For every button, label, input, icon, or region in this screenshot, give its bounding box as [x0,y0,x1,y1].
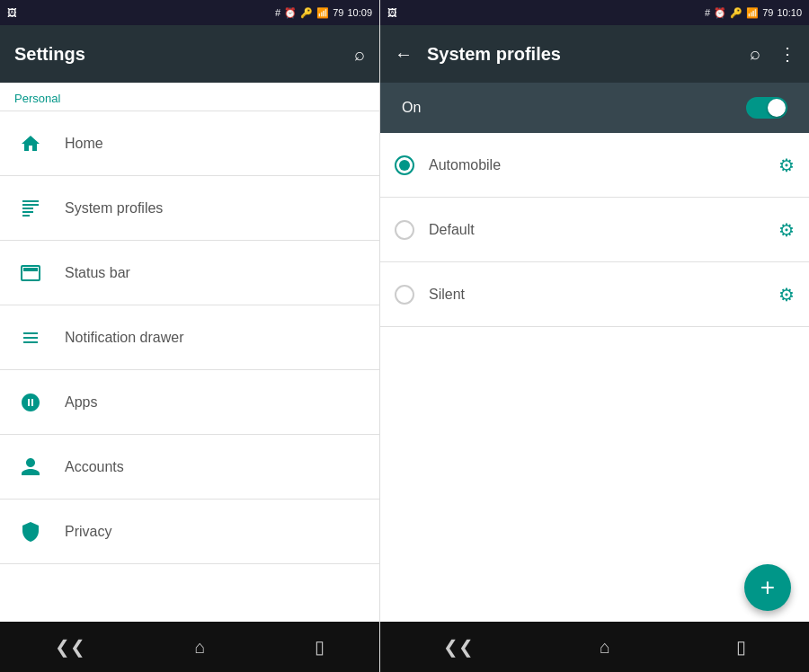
home-button-right[interactable]: ⌂ [582,630,628,665]
key-icon: 🔑 [300,7,313,19]
alarm-icon-right: ⏰ [714,7,726,19]
alarm-icon: ⏰ [284,7,297,19]
menu-item-privacy[interactable]: Privacy [0,500,379,564]
apps-icon [14,386,47,419]
profile-item-silent[interactable]: Silent ⚙ [380,262,809,327]
profile-item-automobile[interactable]: Automobile ⚙ [380,133,809,198]
menu-item-accounts[interactable]: Accounts [0,435,379,500]
left-panel: 🖼 # ⏰ 🔑 📶 79 10:09 Settings ⌕ Personal H… [0,0,379,672]
menu-item-apps[interactable]: Apps [0,370,379,435]
back-button-left[interactable]: ❮❮ [37,629,103,665]
toggle-switch[interactable] [746,97,787,119]
bottom-bar-right: ❮❮ ⌂ ▯ [380,622,809,672]
menu-label-status-bar: Status bar [65,265,130,281]
status-bar-left: 🖼 # ⏰ 🔑 📶 79 10:09 [0,0,379,25]
bottom-bar-left: ❮❮ ⌂ ▯ [0,622,379,672]
header-right-icons: ⌕ ⋮ [744,40,802,68]
settings-title: Settings [14,44,85,65]
toggle-label: On [402,100,421,116]
svg-rect-1 [23,268,38,271]
signal-icon: 📶 [316,7,329,19]
profile-list: Automobile ⚙ Default ⚙ Silent ⚙ [380,133,809,622]
fab-add-button[interactable]: + [744,564,791,611]
key-icon-right: 🔑 [730,7,742,19]
settings-menu-list: Home System profiles Status bar Notifica… [0,111,379,622]
time-left: 10:09 [347,7,372,18]
back-button-right[interactable]: ❮❮ [425,629,492,665]
gear-icon-silent[interactable]: ⚙ [778,284,795,305]
gear-icon-automobile[interactable]: ⚙ [778,155,795,176]
system-profiles-title: System profiles [427,44,737,65]
recents-button-right[interactable]: ▯ [718,629,764,665]
menu-label-notification-drawer: Notification drawer [65,330,184,346]
system-profiles-header: ← System profiles ⌕ ⋮ [380,25,809,83]
right-panel-wrapper: 🖼 # ⏰ 🔑 📶 79 10:10 ← System profiles ⌕ ⋮… [379,0,809,672]
radio-silent[interactable] [395,285,414,305]
status-bar-right-left-icons: 🖼 [387,7,397,18]
home-button-left[interactable]: ⌂ [176,630,223,665]
radio-default[interactable] [395,220,414,240]
menu-label-accounts: Accounts [65,459,124,475]
home-icon [14,128,47,160]
profile-label-automobile: Automobile [429,157,778,173]
profile-label-silent: Silent [429,287,778,303]
menu-item-system-profiles[interactable]: System profiles [0,176,379,241]
search-icon-right[interactable]: ⌕ [744,40,766,68]
search-icon-left[interactable]: ⌕ [354,44,365,65]
menu-item-status-bar[interactable]: Status bar [0,241,379,305]
status-bar-right-right-icons: # ⏰ 🔑 📶 79 10:10 [705,7,802,19]
menu-item-home[interactable]: Home [0,111,379,176]
personal-section-label: Personal [0,83,379,111]
menu-label-apps: Apps [65,394,97,411]
status-bar-icon [14,257,47,289]
gear-icon-default[interactable]: ⚙ [778,219,795,241]
notification-drawer-icon [14,322,47,354]
status-bar-right-icons: # ⏰ 🔑 📶 79 10:09 [275,7,372,19]
hash-icon: # [275,7,280,18]
time-right: 10:10 [777,7,802,18]
signal-icon-right: 📶 [746,7,759,19]
system-profiles-icon [14,192,47,225]
menu-label-home: Home [65,136,103,152]
back-button-header[interactable]: ← [387,37,420,72]
settings-header: Settings ⌕ [0,25,379,83]
battery-icon-right: 79 [762,7,773,18]
privacy-icon [14,516,47,548]
image-icon-right: 🖼 [387,7,397,18]
battery-icon: 79 [333,7,343,18]
radio-automobile[interactable] [395,155,414,175]
recents-button-left[interactable]: ▯ [297,629,342,665]
accounts-icon [14,451,47,483]
menu-label-system-profiles: System profiles [65,200,163,217]
more-icon[interactable]: ⋮ [773,40,802,68]
profile-label-default: Default [429,222,778,238]
hash-icon-right: # [705,7,710,18]
menu-item-notification-drawer[interactable]: Notification drawer [0,305,379,370]
toggle-row: On [380,83,809,133]
profile-item-default[interactable]: Default ⚙ [380,198,809,262]
right-panel: 🖼 # ⏰ 🔑 📶 79 10:10 ← System profiles ⌕ ⋮… [379,0,809,672]
status-bar-right: 🖼 # ⏰ 🔑 📶 79 10:10 [380,0,809,25]
image-icon: 🖼 [7,7,17,18]
status-bar-left-icons: 🖼 [7,7,17,18]
menu-label-privacy: Privacy [65,524,111,540]
